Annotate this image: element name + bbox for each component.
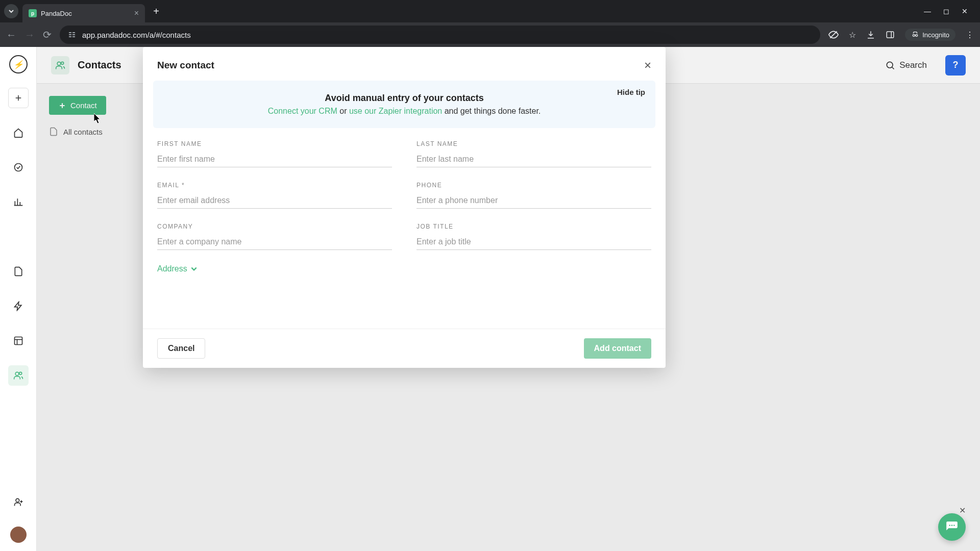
bookmark-star-icon[interactable]: ☆ — [849, 30, 856, 40]
svg-rect-7 — [887, 32, 894, 38]
eye-off-icon[interactable] — [828, 30, 839, 40]
last-name-field: LAST NAME — [416, 140, 651, 167]
job-title-field: JOB TITLE — [416, 223, 651, 250]
nav-reports-icon[interactable] — [8, 192, 29, 212]
company-field: COMPANY — [157, 223, 392, 250]
incognito-icon — [911, 31, 919, 39]
svg-point-9 — [913, 34, 915, 36]
svg-point-22 — [949, 524, 950, 526]
modal-close-button[interactable]: × — [644, 58, 651, 72]
svg-point-23 — [951, 524, 953, 526]
nav-home-icon[interactable] — [8, 122, 29, 143]
nav-templates-icon[interactable] — [8, 331, 29, 351]
svg-rect-1 — [72, 32, 75, 33]
tab-search-dropdown[interactable] — [4, 4, 18, 18]
reload-button[interactable]: ⟳ — [43, 29, 52, 41]
svg-rect-2 — [69, 34, 71, 35]
last-name-label: LAST NAME — [416, 140, 651, 147]
first-name-label: FIRST NAME — [157, 140, 392, 147]
svg-point-16 — [19, 372, 21, 374]
side-panel-icon[interactable] — [886, 30, 895, 39]
chat-icon — [945, 520, 959, 534]
first-name-field: FIRST NAME — [157, 140, 392, 167]
browser-toolbar: ← → ⟳ app.pandadoc.com/a/#/contacts ☆ In… — [0, 22, 980, 47]
window-controls: — ◻ ✕ — [924, 7, 976, 15]
tip-title: Avoid manual entry of your contacts — [167, 93, 641, 104]
connect-crm-link[interactable]: Connect your CRM — [268, 107, 337, 115]
incognito-badge[interactable]: Incognito — [905, 29, 955, 41]
downloads-icon[interactable] — [866, 30, 875, 39]
tab-title: PandaDoc — [41, 10, 130, 17]
svg-rect-12 — [14, 337, 22, 345]
close-window-icon[interactable]: ✕ — [962, 7, 968, 15]
back-button[interactable]: ← — [6, 29, 16, 41]
svg-point-17 — [16, 498, 19, 502]
svg-rect-0 — [69, 32, 71, 33]
site-settings-icon[interactable] — [68, 31, 76, 39]
browser-menu-icon[interactable]: ⋮ — [966, 30, 974, 40]
company-label: COMPANY — [157, 223, 392, 230]
first-name-input[interactable] — [157, 152, 392, 167]
nav-automations-icon[interactable] — [8, 296, 29, 316]
nav-tasks-icon[interactable] — [8, 157, 29, 178]
hide-tip-button[interactable]: Hide tip — [617, 88, 645, 96]
svg-point-15 — [15, 372, 19, 375]
address-toggle-label: Address — [157, 264, 187, 273]
forward-button[interactable]: → — [24, 29, 35, 41]
app-sidebar: ⚡ — [0, 47, 37, 551]
tip-or: or — [337, 107, 349, 115]
svg-rect-3 — [72, 34, 75, 35]
tip-body: Connect your CRM or use our Zapier integ… — [167, 107, 641, 116]
email-input[interactable] — [157, 193, 392, 209]
cancel-button[interactable]: Cancel — [157, 338, 205, 359]
nav-contacts-icon[interactable] — [8, 365, 29, 386]
address-toggle[interactable]: Address — [143, 250, 666, 288]
chevron-down-icon — [8, 8, 14, 14]
browser-tab[interactable]: p PandaDoc × — [22, 4, 145, 22]
url-bar[interactable]: app.pandadoc.com/a/#/contacts — [60, 26, 820, 44]
job-title-input[interactable] — [416, 234, 651, 250]
phone-field: PHONE — [416, 182, 651, 209]
modal-footer: Cancel Add contact — [143, 329, 666, 368]
tab-bar: p PandaDoc × + — ◻ ✕ — [0, 0, 980, 22]
phone-label: PHONE — [416, 182, 651, 189]
chevron-down-icon — [190, 265, 198, 272]
app-root: ⚡ — [0, 47, 980, 551]
last-name-input[interactable] — [416, 152, 651, 167]
email-label: EMAIL * — [157, 182, 392, 189]
job-title-label: JOB TITLE — [416, 223, 651, 230]
incognito-label: Incognito — [922, 31, 949, 39]
nav-invite-icon[interactable] — [8, 492, 29, 512]
tip-box: Hide tip Avoid manual entry of your cont… — [153, 81, 655, 128]
phone-input[interactable] — [416, 193, 651, 209]
zapier-link[interactable]: use our Zapier integration — [349, 107, 442, 115]
maximize-icon[interactable]: ◻ — [943, 7, 949, 15]
url-text: app.pandadoc.com/a/#/contacts — [82, 31, 191, 39]
svg-point-10 — [916, 34, 918, 36]
svg-point-24 — [953, 524, 955, 526]
svg-rect-5 — [72, 36, 75, 37]
add-contact-submit-button[interactable]: Add contact — [584, 338, 651, 359]
chat-close-icon[interactable]: ✕ — [959, 506, 966, 515]
chat-bubble-button[interactable] — [938, 513, 966, 541]
svg-point-11 — [14, 164, 22, 171]
tip-rest: and get things done faster. — [442, 107, 541, 115]
browser-chrome: p PandaDoc × + — ◻ ✕ ← → ⟳ app.pandadoc.… — [0, 0, 980, 47]
modal-header: New contact × — [143, 47, 666, 81]
workspace-logo[interactable]: ⚡ — [9, 55, 28, 73]
modal-title: New contact — [157, 60, 214, 71]
new-contact-modal: New contact × Hide tip Avoid manual entr… — [143, 47, 666, 368]
app-main: Contacts Search ? Contact All contacts — [37, 47, 980, 551]
create-new-button[interactable] — [8, 88, 29, 108]
company-input[interactable] — [157, 234, 392, 250]
svg-rect-4 — [69, 36, 71, 37]
tab-favicon: p — [29, 9, 37, 17]
form-grid: FIRST NAME LAST NAME EMAIL * PHONE COMPA… — [143, 140, 666, 250]
new-tab-button[interactable]: + — [149, 4, 163, 18]
minimize-icon[interactable]: — — [924, 7, 931, 15]
nav-documents-icon[interactable] — [8, 261, 29, 282]
tab-close-icon[interactable]: × — [134, 9, 139, 18]
user-avatar[interactable] — [10, 527, 27, 543]
email-field: EMAIL * — [157, 182, 392, 209]
